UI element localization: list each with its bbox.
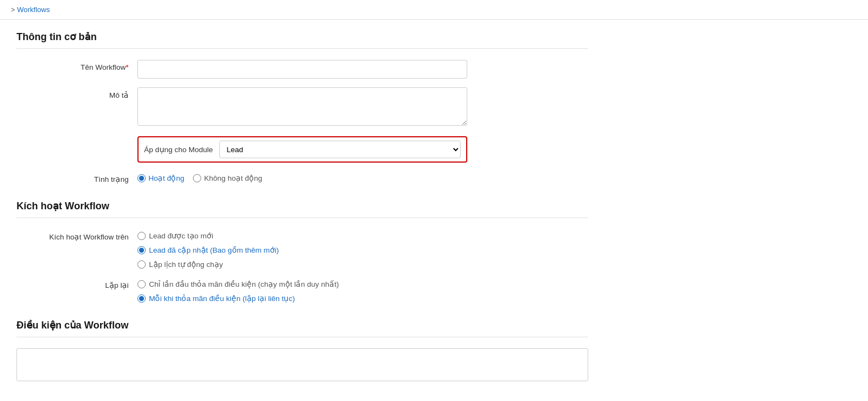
kich-hoat-workflow-tren-label: Kích hoạt Workflow trên — [16, 229, 137, 241]
breadcrumb: > Workflows — [0, 0, 868, 20]
lap-lai-control: Chỉ lần đầu thỏa mãn điều kiện (chạy một… — [137, 277, 467, 303]
lap-lai-label: Lặp lại — [16, 277, 137, 289]
kich-hoat-divider — [16, 218, 588, 218]
radio-moi-khi[interactable]: Mỗi khi thỏa mãn điều kiện (lặp lại liên… — [137, 294, 467, 303]
radio-khong-hoat-dong-input[interactable] — [193, 174, 201, 182]
dieu-kien-title: Điều kiện của Workflow — [16, 319, 588, 331]
module-select-wrapper: Áp dụng cho Module Lead Contact Deal Acc… — [137, 136, 467, 163]
radio-moi-khi-input[interactable] — [137, 294, 146, 303]
basic-info-section: Thông tin cơ bản Tên Workflow* Mô tả Áp … — [16, 31, 588, 183]
kich-hoat-workflow-tren-row: Kích hoạt Workflow trên Lead được tạo mớ… — [16, 229, 588, 269]
radio-lead-moi-input[interactable] — [137, 232, 146, 240]
mo-ta-textarea[interactable] — [137, 87, 467, 126]
radio-khong-hoat-dong[interactable]: Không hoạt động — [193, 174, 262, 182]
basic-info-title: Thông tin cơ bản — [16, 31, 588, 43]
lap-lai-row: Lặp lại Chỉ lần đầu thỏa mãn điều kiện (… — [16, 277, 588, 303]
dieu-kien-section: Điều kiện của Workflow — [16, 319, 588, 381]
radio-lap-lich[interactable]: Lập lịch tự động chạy — [137, 260, 467, 269]
breadcrumb-link[interactable]: Workflows — [17, 5, 50, 14]
kich-hoat-radio-group: Lead được tạo mới Lead đã cập nhật (Bao … — [137, 229, 467, 269]
radio-khong-hoat-dong-label: Không hoạt động — [204, 174, 262, 182]
radio-hoat-dong-input[interactable] — [137, 174, 146, 182]
radio-lead-cap-nhat-label: Lead đã cập nhật (Bao gồm thêm mới) — [149, 246, 279, 254]
radio-chi-lan-dau[interactable]: Chỉ lần đầu thỏa mãn điều kiện (chạy một… — [137, 280, 467, 288]
mo-ta-control — [137, 87, 467, 127]
ap-dung-module-label-spacer — [16, 136, 137, 140]
radio-lead-cap-nhat-input[interactable] — [137, 246, 146, 254]
radio-lead-cap-nhat[interactable]: Lead đã cập nhật (Bao gồm thêm mới) — [137, 246, 467, 254]
radio-chi-lan-dau-input[interactable] — [137, 280, 146, 288]
ten-workflow-label: Tên Workflow* — [16, 60, 137, 71]
ap-dung-module-row: Áp dụng cho Module Lead Contact Deal Acc… — [16, 136, 588, 163]
tinh-trang-row: Tình trạng Hoạt động Không hoạt động — [16, 171, 588, 183]
ten-workflow-input[interactable] — [137, 60, 467, 79]
radio-hoat-dong[interactable]: Hoạt động — [137, 174, 184, 182]
ap-dung-module-control: Áp dụng cho Module Lead Contact Deal Acc… — [137, 136, 467, 163]
ten-workflow-control — [137, 60, 467, 79]
radio-lead-moi-label: Lead được tạo mới — [149, 231, 213, 240]
breadcrumb-chevron: > — [11, 6, 15, 14]
required-star: * — [126, 63, 129, 71]
ten-workflow-row: Tên Workflow* — [16, 60, 588, 79]
radio-hoat-dong-label: Hoạt động — [148, 174, 184, 182]
tinh-trang-control: Hoạt động Không hoạt động — [137, 171, 467, 182]
mo-ta-row: Mô tả — [16, 87, 588, 127]
radio-lead-moi[interactable]: Lead được tạo mới — [137, 231, 467, 240]
kich-hoat-title: Kích hoạt Workflow — [16, 200, 588, 212]
module-select-dropdown[interactable]: Lead Contact Deal Account — [219, 141, 461, 158]
radio-lap-lich-label: Lập lịch tự động chạy — [149, 260, 223, 269]
tinh-trang-label: Tình trạng — [16, 171, 137, 183]
lap-lai-radio-group: Chỉ lần đầu thỏa mãn điều kiện (chạy một… — [137, 277, 467, 303]
condition-box — [16, 348, 588, 381]
module-select-inner-label: Áp dụng cho Module — [144, 145, 213, 154]
radio-chi-lan-dau-label: Chỉ lần đầu thỏa mãn điều kiện (chạy một… — [149, 280, 339, 288]
dieu-kien-divider — [16, 337, 588, 337]
radio-moi-khi-label: Mỗi khi thỏa mãn điều kiện (lặp lại liên… — [149, 294, 295, 303]
section-divider — [16, 48, 588, 49]
kich-hoat-options-control: Lead được tạo mới Lead đã cập nhật (Bao … — [137, 229, 467, 269]
radio-lap-lich-input[interactable] — [137, 260, 146, 269]
mo-ta-label: Mô tả — [16, 87, 137, 99]
kich-hoat-section: Kích hoạt Workflow Kích hoạt Workflow tr… — [16, 200, 588, 303]
